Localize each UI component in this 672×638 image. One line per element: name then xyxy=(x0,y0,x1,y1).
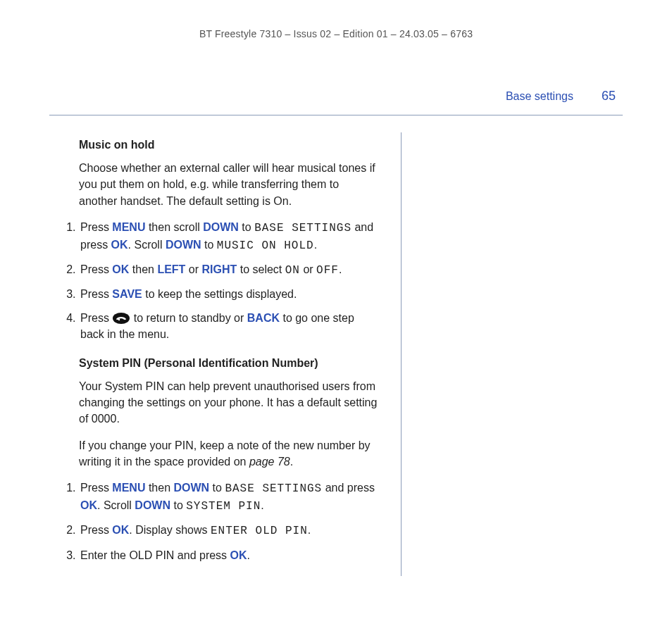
key-ok: OK xyxy=(111,239,128,251)
key-ok: OK xyxy=(112,263,129,275)
heading-music-on-hold: Music on hold xyxy=(79,137,380,153)
key-back: BACK xyxy=(247,312,280,324)
lcd-text: SYSTEM PIN xyxy=(186,500,261,513)
step: Enter the OLD PIN and press OK. xyxy=(79,547,380,563)
key-left: LEFT xyxy=(157,263,185,275)
step: Press MENU then DOWN to BASE SETTINGS an… xyxy=(79,480,380,515)
lcd-text: OFF xyxy=(316,264,339,277)
lcd-text: ON xyxy=(285,264,300,277)
page-number: 65 xyxy=(602,89,616,104)
steps-system-pin: Press MENU then DOWN to BASE SETTINGS an… xyxy=(49,480,380,563)
end-call-icon xyxy=(112,312,130,325)
key-down: DOWN xyxy=(203,221,239,233)
key-ok: OK xyxy=(112,524,129,536)
key-down: DOWN xyxy=(166,239,201,251)
key-ok: OK xyxy=(80,499,97,511)
steps-music-on-hold: Press MENU then scroll DOWN to BASE SETT… xyxy=(49,219,380,342)
key-down: DOWN xyxy=(173,482,209,494)
step: Press OK then LEFT or RIGHT to select ON… xyxy=(79,261,380,279)
heading-system-pin: System PIN (Personal Identification Numb… xyxy=(79,355,380,371)
content-columns: Music on hold Choose whether an external… xyxy=(49,132,623,576)
side-column xyxy=(402,132,623,576)
lcd-text: BASE SETTINGS xyxy=(225,482,322,495)
step: Press SAVE to keep the settings displaye… xyxy=(79,286,380,302)
document-page: BT Freestyle 7310 – Issus 02 – Edition 0… xyxy=(0,0,672,604)
section-title: Base settings xyxy=(506,90,573,103)
step: Press MENU then scroll DOWN to BASE SETT… xyxy=(79,219,380,254)
key-menu: MENU xyxy=(112,221,145,233)
page-header: Base settings 65 xyxy=(49,89,623,104)
key-menu: MENU xyxy=(112,482,145,494)
main-column: Music on hold Choose whether an external… xyxy=(49,132,402,576)
step: Press to return to standby or BACK to go… xyxy=(79,310,380,342)
lcd-text: MUSIC ON HOLD xyxy=(217,239,314,252)
para-system-pin-2: If you change your PIN, keep a note of t… xyxy=(79,437,380,470)
para-system-pin-1: Your System PIN can help prevent unautho… xyxy=(79,378,380,427)
intro-music-on-hold: Choose whether an external caller will h… xyxy=(79,160,380,209)
step: Press OK. Display shows ENTER OLD PIN. xyxy=(79,522,380,539)
lcd-text: BASE SETTINGS xyxy=(254,222,351,234)
key-right: RIGHT xyxy=(202,263,237,275)
lcd-text: ENTER OLD PIN xyxy=(211,525,308,537)
key-down: DOWN xyxy=(135,499,170,511)
page-reference: page 78 xyxy=(249,456,290,468)
key-save: SAVE xyxy=(112,288,142,300)
document-meta: BT Freestyle 7310 – Issus 02 – Edition 0… xyxy=(49,28,623,39)
header-rule xyxy=(49,115,623,115)
key-ok: OK xyxy=(230,549,247,561)
